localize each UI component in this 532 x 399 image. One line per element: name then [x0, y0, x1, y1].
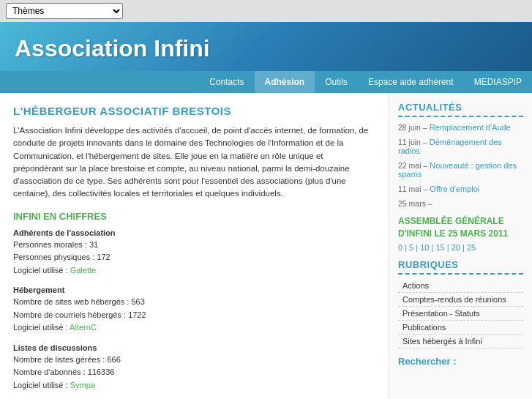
assembly-page-20[interactable]: 20: [452, 243, 460, 252]
news-item-5: 25 mars –: [398, 199, 523, 208]
assembly-page-25[interactable]: 25: [467, 243, 476, 252]
assembly-page-0[interactable]: 0: [398, 243, 402, 252]
news-link-1[interactable]: Remplacement d'Aude: [430, 123, 511, 132]
news-item-4: 11 mai – Offre d'emploi: [398, 184, 523, 193]
main-content: L'HÉBERGEUR ASSOCIATIF BRESTOIS L'Associ…: [0, 93, 389, 399]
rubrique-publications-link[interactable]: Publications: [402, 323, 446, 332]
listes-logiciel: Logiciel utilisé : Sympa: [13, 379, 375, 392]
rubrique-comptes-rendus[interactable]: Comptes-rendus de réunions: [398, 293, 523, 307]
actualites-title: ACTUALITÉS: [398, 102, 523, 117]
rubrique-presentation[interactable]: Présentation - Statuts: [398, 307, 523, 321]
news-date-4: 11 mai –: [398, 184, 427, 193]
news-date-3: 22 mai –: [398, 161, 427, 170]
site-title: Association Infini: [15, 35, 517, 62]
rubrique-sites[interactable]: Sites hébergés à Infini: [398, 335, 523, 348]
main-nav: Contacts Adhésion Outils Espace aide adh…: [0, 71, 532, 93]
nav-mediaspip[interactable]: MEDIASPIP: [464, 71, 532, 93]
stat-group-adherents: Adhérents de l'association Personnes mor…: [13, 228, 375, 277]
assembly-pages: 0 | 5 | 10 | 15 | 20 | 25: [398, 243, 523, 252]
adherents-logiciel: Logiciel utilisé : Galette: [13, 264, 375, 277]
news-link-4[interactable]: Offre d'emploi: [430, 184, 479, 193]
rubrique-actions[interactable]: Actions: [398, 279, 523, 293]
rubriques-title: RUBRIQUES: [398, 259, 523, 275]
stat-heading-listes: Listes de discussions: [13, 343, 97, 352]
stats-title: INFINI EN CHIFFRES: [13, 211, 375, 222]
assembly-title: ASSEMBLÉE GÉNÉRALE D'INFINI LE 25 MARS 2…: [398, 215, 523, 240]
nav-contacts[interactable]: Contacts: [199, 71, 254, 93]
rubrique-publications[interactable]: Publications: [398, 321, 523, 335]
hebergement-courriels: Nombre de courriels hébergés : 1722: [13, 309, 375, 321]
assembly-box: ASSEMBLÉE GÉNÉRALE D'INFINI LE 25 MARS 2…: [398, 215, 523, 252]
news-item-1: 28 juin – Remplacement d'Aude: [398, 123, 523, 132]
news-date-2: 11 juin –: [398, 138, 427, 146]
top-bar: Thèmes: [0, 0, 532, 22]
stat-heading-hebergement: Hébergement: [13, 286, 64, 294]
sympa-link[interactable]: Sympa: [70, 381, 95, 389]
listes-gerees: Nombre de listes gérées : 666: [13, 354, 375, 366]
rubrique-sites-link[interactable]: Sites hébergés à Infini: [402, 337, 482, 346]
rubrique-comptes-link[interactable]: Comptes-rendus de réunions: [402, 295, 506, 304]
content-description: L'Association Infini développe des activ…: [13, 124, 375, 201]
stat-group-listes: Listes de discussions Nombre de listes g…: [13, 343, 375, 392]
assembly-page-10[interactable]: 10: [420, 243, 429, 252]
hebergement-logiciel: Logiciel utilisé : AlternC: [13, 321, 375, 334]
news-item-2: 11 juin – Déménagement des radios: [398, 138, 523, 155]
galette-link[interactable]: Galette: [70, 266, 96, 275]
news-item-3: 22 mai – Nouveauté : gestion des spams: [398, 161, 523, 179]
theme-select[interactable]: Thèmes: [6, 3, 123, 19]
alternc-link[interactable]: AlternC: [70, 323, 97, 332]
adherents-physiques: Personnes physiques : 172: [13, 251, 375, 264]
nav-espace-aide[interactable]: Espace aide adhérent: [358, 71, 464, 93]
nav-adhesion[interactable]: Adhésion: [255, 71, 315, 93]
header: Association Infini: [0, 22, 532, 71]
assembly-page-15[interactable]: 15: [435, 243, 444, 252]
content-title: L'HÉBERGEUR ASSOCIATIF BRESTOIS: [13, 105, 375, 117]
rubrique-actions-link[interactable]: Actions: [402, 281, 429, 290]
news-date-1: 28 juin –: [398, 123, 427, 132]
adherents-morales: Personnes morales : 31: [13, 239, 375, 251]
listes-abonnes: Nombre d'abonnés : 116336: [13, 366, 375, 379]
search-label: Rechercher :: [398, 356, 523, 367]
nav-outils[interactable]: Outils: [315, 71, 358, 93]
stat-group-hebergement: Hébergement Nombre de sites web hébergés…: [13, 285, 375, 334]
news-date-5: 25 mars –: [398, 199, 432, 208]
rubrique-presentation-link[interactable]: Présentation - Statuts: [402, 309, 480, 318]
assembly-page-5[interactable]: 5: [409, 243, 413, 252]
sidebar: ACTUALITÉS 28 juin – Remplacement d'Aude…: [389, 93, 532, 399]
stat-heading-adherents: Adhérents de l'association: [13, 228, 116, 237]
hebergement-sites: Nombre de sites web hébergés : 563: [13, 296, 375, 308]
main-container: L'HÉBERGEUR ASSOCIATIF BRESTOIS L'Associ…: [0, 93, 532, 399]
